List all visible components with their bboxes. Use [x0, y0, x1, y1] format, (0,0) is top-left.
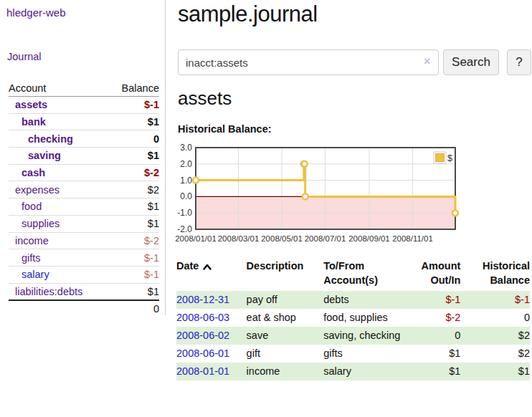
x-tick-label: 2008/01/01	[175, 234, 217, 243]
data-point-marker	[193, 178, 199, 183]
balance-column-header: Balance	[122, 82, 159, 94]
account-row: saving$1	[9, 147, 159, 164]
x-tick-label: 2008/07/01	[305, 234, 346, 243]
account-link-salary[interactable]: salary	[9, 269, 49, 280]
register-row: 2008-06-02savesaving, checking0$2	[176, 327, 530, 345]
account-row: assets$-1	[9, 97, 159, 113]
account-row: cash$-2	[9, 164, 159, 181]
account-heading: assets	[178, 87, 232, 110]
transaction-amount: $1	[412, 345, 460, 363]
register-table: DateDescriptionTo/From Account(s)Amount …	[176, 258, 530, 380]
register-row: 2008-06-03eat & shopfood, supplies$-20	[176, 309, 530, 327]
register-header-to-from-account-s-: To/From Account(s)	[323, 258, 412, 291]
legend-label: $	[447, 153, 452, 163]
transaction-amount: $1	[412, 363, 460, 380]
transaction-accounts: gifts	[323, 345, 412, 363]
account-link-supplies[interactable]: supplies	[9, 218, 60, 229]
account-balance: $1	[148, 150, 159, 161]
account-row: food$1	[9, 198, 159, 215]
account-balance: $2	[148, 184, 159, 196]
balance-chart: $3.02.01.00.0-1.0-2.02008/01/012008/03/0…	[176, 143, 458, 248]
account-row: gifts$-1	[9, 249, 159, 266]
legend-swatch	[436, 154, 445, 162]
transaction-balance: $1	[460, 363, 530, 380]
account-link-expenses[interactable]: expenses	[9, 184, 60, 196]
register-row: 2008-06-01giftgifts$1$2	[176, 345, 530, 363]
transaction-accounts: debts	[323, 291, 412, 309]
transaction-balance: $-1	[460, 291, 530, 309]
transaction-amount: $-1	[412, 291, 460, 309]
transaction-accounts: food, supplies	[323, 309, 412, 327]
transaction-amount: $-2	[412, 309, 460, 327]
y-tick-label: -1.0	[177, 208, 192, 218]
account-balance: $-1	[144, 99, 159, 110]
transaction-description: income	[247, 363, 324, 380]
account-row: salary$-1	[9, 266, 159, 283]
balance-chart-svg: $3.02.01.00.0-1.0-2.02008/01/012008/03/0…	[176, 143, 458, 248]
account-link-saving[interactable]: saving	[9, 150, 61, 161]
account-row: supplies$1	[9, 215, 159, 232]
x-tick-label: 2008/03/01	[218, 234, 260, 243]
account-balance: $1	[148, 286, 159, 297]
account-row: checking0	[9, 130, 159, 147]
y-tick-label: 1.0	[180, 176, 192, 186]
chart-title: Historical Balance:	[178, 123, 272, 135]
account-balance: $1	[148, 218, 159, 229]
account-balance: 0	[153, 133, 159, 145]
y-tick-label: 3.0	[180, 143, 192, 153]
register-header-historical-balance: Historical Balance	[460, 258, 530, 291]
account-link-gifts[interactable]: gifts	[9, 252, 41, 264]
transaction-description: save	[247, 327, 324, 345]
search-button[interactable]: Search	[443, 49, 499, 75]
transaction-date-link[interactable]: 2008-06-02	[176, 330, 229, 341]
transaction-balance: 0	[460, 309, 530, 327]
clear-search-icon[interactable]: ×	[424, 55, 430, 68]
page-title: sample.journal	[178, 1, 318, 27]
account-balance: $1	[148, 201, 159, 212]
data-point-marker	[452, 210, 458, 216]
transaction-amount: 0	[412, 327, 460, 345]
account-row: expenses$2	[9, 181, 159, 198]
y-tick-label: -2.0	[177, 224, 192, 234]
transaction-balance: $2	[460, 345, 530, 363]
account-balance: $1	[148, 116, 159, 128]
data-point-marker	[303, 193, 308, 199]
account-column-header: Account	[9, 82, 46, 94]
transaction-description: eat & shop	[247, 309, 324, 327]
account-link-food[interactable]: food	[9, 201, 42, 212]
x-tick-label: 2008/05/01	[261, 234, 303, 243]
account-link-assets[interactable]: assets	[9, 99, 47, 110]
transaction-date-link[interactable]: 2008-01-01	[176, 365, 229, 377]
accounts-total-value: 0	[153, 303, 159, 315]
transaction-date-link[interactable]: 2008-12-31	[176, 294, 229, 305]
help-button[interactable]: ?	[507, 49, 531, 75]
x-tick-label: 2008/11/01	[392, 234, 433, 243]
transaction-description: gift	[247, 345, 324, 363]
x-tick-label: 2008/09/01	[348, 234, 390, 243]
account-link-checking[interactable]: checking	[9, 133, 73, 145]
accounts-total-row: 0	[9, 299, 159, 317]
accounts-table-header: Account Balance	[9, 76, 159, 97]
account-link-income[interactable]: income	[9, 235, 49, 246]
search-form: × Search ?	[178, 49, 532, 75]
transaction-accounts: saving, checking	[323, 327, 412, 345]
register-header-date[interactable]: Date	[176, 258, 247, 291]
accounts-table: Account Balance assets$-1bank$1checking0…	[9, 76, 159, 317]
transaction-description: pay off	[247, 291, 324, 309]
search-input[interactable]	[178, 49, 439, 75]
account-row: liabilities:debts$1	[9, 283, 159, 300]
account-balance: $-1	[144, 269, 159, 280]
account-link-bank[interactable]: bank	[9, 116, 46, 128]
sidebar-item-journal[interactable]: Journal	[7, 51, 42, 62]
account-link-cash[interactable]: cash	[9, 167, 45, 178]
transaction-date-link[interactable]: 2008-06-03	[176, 312, 229, 323]
transaction-accounts: salary	[323, 363, 412, 380]
transaction-balance: $2	[460, 327, 530, 345]
sort-ascending-icon	[203, 264, 212, 270]
accounts-table-body: assets$-1bank$1checking0saving$1cash$-2e…	[9, 97, 159, 299]
account-row: income$-2	[9, 232, 159, 249]
account-balance: $-2	[144, 235, 159, 246]
account-link-liabilities-debts[interactable]: liabilities:debts	[9, 286, 82, 297]
transaction-date-link[interactable]: 2008-06-01	[176, 348, 229, 359]
brand-link[interactable]: hledger-web	[6, 6, 66, 19]
